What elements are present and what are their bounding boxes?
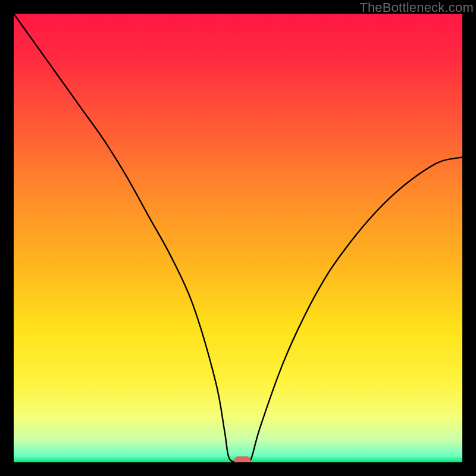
bottleneck-chart (14, 14, 462, 462)
watermark-text: TheBottleneck.com (359, 0, 474, 15)
optimal-marker (234, 456, 251, 462)
chart-frame (14, 14, 462, 462)
gradient-background (14, 14, 462, 462)
